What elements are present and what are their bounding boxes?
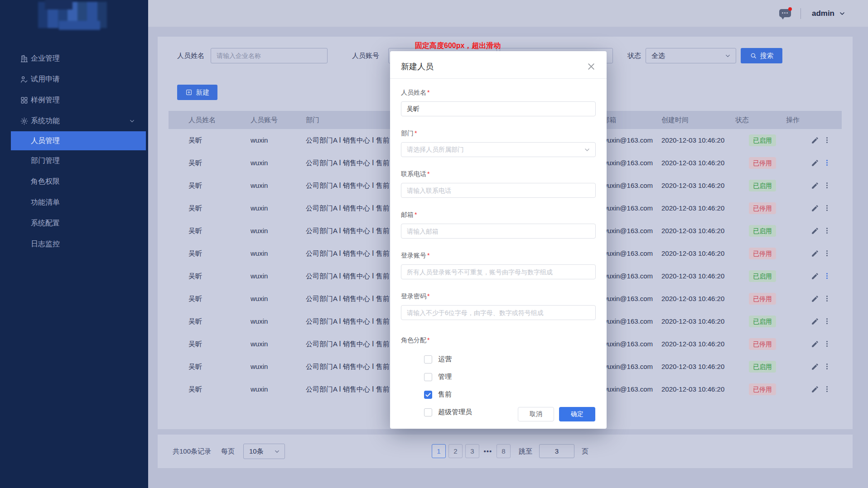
cell-created: 2020-12-03 10:46:20 (661, 310, 724, 333)
cell-email: wuxin@163.com (603, 174, 653, 197)
edit-icon[interactable] (811, 295, 819, 303)
name-field[interactable] (401, 101, 596, 116)
cell-email: wuxin@163.com (603, 355, 653, 378)
modal-footer: 取消 确定 (518, 407, 595, 421)
role-checkbox[interactable] (424, 355, 432, 364)
sidebar-item-trial[interactable]: 试用申请 (0, 69, 148, 90)
cell-department: 公司部门A Ⅰ 销售中心 Ⅰ 售前 (306, 355, 390, 378)
sidebar-item-functions[interactable]: 功能清单 (0, 192, 148, 213)
more-actions-icon[interactable] (824, 137, 830, 144)
edit-icon[interactable] (811, 272, 819, 280)
messages-icon[interactable] (779, 8, 791, 19)
more-actions-icon[interactable] (824, 386, 830, 393)
user-menu[interactable]: admin (812, 9, 834, 18)
account-field[interactable] (401, 264, 596, 279)
close-icon[interactable] (587, 62, 596, 71)
more-actions-icon[interactable] (824, 296, 830, 302)
modal-header: 新建人员 (401, 51, 596, 72)
cell-account: wuxin (251, 174, 268, 197)
roles-label: 角色分配* (401, 336, 596, 344)
edit-icon[interactable] (811, 340, 819, 348)
jump-page-input[interactable] (539, 444, 574, 458)
sidebar-item-enterprise[interactable]: 企业管理 (0, 48, 148, 69)
more-actions-icon[interactable] (824, 160, 830, 167)
user-check-icon (20, 75, 29, 84)
filter-status-label: 状态 (627, 48, 641, 63)
edit-icon[interactable] (811, 385, 819, 393)
edit-icon[interactable] (811, 136, 819, 144)
more-actions-icon[interactable] (824, 228, 830, 234)
sidebar-item-samples[interactable]: 样例管理 (0, 90, 148, 110)
edit-icon[interactable] (811, 182, 819, 190)
filter-status-value: 全选 (651, 52, 665, 59)
more-actions-icon[interactable] (824, 318, 830, 325)
filter-name-input[interactable] (211, 48, 328, 63)
page-button-3[interactable]: 3 (465, 444, 479, 458)
cell-name: 吴昕 (188, 197, 202, 220)
cell-created: 2020-12-03 10:46:20 (661, 197, 724, 220)
cell-email: wuxin@163.com (603, 220, 653, 242)
sidebar-item-system[interactable]: 系统功能 (0, 110, 148, 131)
sidebar-item-departments[interactable]: 部门管理 (0, 150, 148, 171)
filter-name-label: 人员姓名 (177, 48, 204, 63)
sidebar-item-personnel[interactable]: 人员管理 (11, 131, 146, 150)
role-row: 售前 (401, 390, 596, 399)
page-button-1[interactable]: 1 (432, 444, 446, 458)
more-actions-icon[interactable] (824, 273, 830, 280)
per-page-select[interactable]: 10条 (243, 444, 285, 459)
edit-icon[interactable] (811, 159, 819, 167)
edit-icon[interactable] (811, 204, 819, 212)
more-actions-icon[interactable] (824, 364, 830, 370)
more-actions-icon[interactable] (824, 182, 830, 189)
page-button-2[interactable]: 2 (448, 444, 463, 458)
cell-account: wuxin (251, 129, 268, 152)
role-checkbox[interactable] (424, 408, 432, 416)
role-checkbox[interactable] (424, 391, 432, 399)
dev-annotation: 固定高度600px，超出滑动 (415, 41, 501, 51)
confirm-button[interactable]: 确定 (559, 407, 595, 421)
cell-name: 吴昕 (188, 174, 202, 197)
cancel-button[interactable]: 取消 (518, 407, 554, 421)
more-actions-icon[interactable] (824, 341, 830, 348)
cell-created: 2020-12-03 10:46:20 (661, 265, 724, 287)
cell-created: 2020-12-03 10:46:20 (661, 378, 724, 401)
cell-department: 公司部门A Ⅰ 销售中心 Ⅰ 售前 (306, 265, 390, 287)
filter-status-select[interactable]: 全选 (646, 48, 736, 63)
edit-icon[interactable] (811, 363, 819, 371)
cell-account: wuxin (251, 152, 268, 174)
select-placeholder: 请选择人员所属部门 (407, 146, 464, 153)
role-checkbox[interactable] (424, 373, 432, 381)
create-button[interactable]: 新建 (177, 85, 217, 100)
status-badge: 已启用 (749, 134, 776, 146)
phone-field[interactable] (401, 183, 596, 198)
cell-department: 公司部门A Ⅰ 销售中心 Ⅰ 售前 (306, 378, 390, 401)
edit-icon[interactable] (811, 317, 819, 325)
search-button[interactable]: 搜索 (741, 48, 782, 63)
more-actions-icon[interactable] (824, 205, 830, 212)
more-actions-icon[interactable] (824, 250, 830, 257)
cell-email: wuxin@163.com (603, 197, 653, 220)
chevron-down-icon[interactable] (839, 10, 846, 17)
role-label: 售前 (438, 390, 452, 399)
cell-name: 吴昕 (188, 220, 202, 242)
cell-name: 吴昕 (188, 355, 202, 378)
page-button-8[interactable]: 8 (497, 444, 511, 458)
cell-name: 吴昕 (188, 242, 202, 265)
sidebar-item-logs[interactable]: 日志监控 (0, 234, 148, 254)
field-label: 登录密码* (401, 292, 596, 301)
column-header: 操作 (786, 111, 800, 129)
cell-email: wuxin@163.com (603, 152, 653, 174)
sidebar-item-config[interactable]: 系统配置 (0, 213, 148, 234)
cell-account: wuxin (251, 197, 268, 220)
cell-email: wuxin@163.com (603, 242, 653, 265)
sidebar-item-roles[interactable]: 角色权限 (0, 171, 148, 192)
edit-icon[interactable] (811, 249, 819, 258)
email-field[interactable] (401, 224, 596, 239)
department-select[interactable]: 请选择人员所属部门 (401, 142, 596, 157)
sidebar: 企业管理试用申请样例管理系统功能 人员管理部门管理角色权限功能清单系统配置日志监… (0, 0, 148, 488)
status-badge: 已停用 (749, 383, 776, 395)
edit-icon[interactable] (811, 227, 819, 235)
password-field[interactable] (401, 305, 596, 320)
column-header: 状态 (735, 111, 749, 129)
notification-badge (788, 7, 792, 11)
